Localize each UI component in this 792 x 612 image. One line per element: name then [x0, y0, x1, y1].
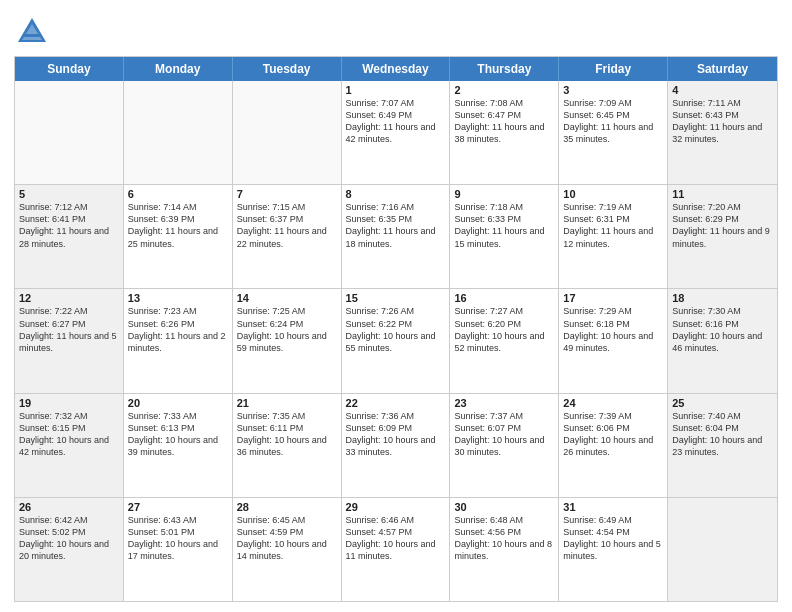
weekday-header-thursday: Thursday — [450, 57, 559, 81]
calendar-row-4: 26Sunrise: 6:42 AMSunset: 5:02 PMDayligh… — [15, 497, 777, 601]
calendar-body: 1Sunrise: 7:07 AMSunset: 6:49 PMDaylight… — [15, 81, 777, 601]
page: SundayMondayTuesdayWednesdayThursdayFrid… — [0, 0, 792, 612]
day-cell-6: 6Sunrise: 7:14 AMSunset: 6:39 PMDaylight… — [124, 185, 233, 288]
day-info: Sunrise: 7:09 AMSunset: 6:45 PMDaylight:… — [563, 97, 663, 146]
day-info: Sunrise: 7:25 AMSunset: 6:24 PMDaylight:… — [237, 305, 337, 354]
day-cell-3: 3Sunrise: 7:09 AMSunset: 6:45 PMDaylight… — [559, 81, 668, 184]
calendar-row-2: 12Sunrise: 7:22 AMSunset: 6:27 PMDayligh… — [15, 288, 777, 392]
day-number: 5 — [19, 188, 119, 200]
day-number: 14 — [237, 292, 337, 304]
day-info: Sunrise: 7:37 AMSunset: 6:07 PMDaylight:… — [454, 410, 554, 459]
day-cell-20: 20Sunrise: 7:33 AMSunset: 6:13 PMDayligh… — [124, 394, 233, 497]
day-info: Sunrise: 6:45 AMSunset: 4:59 PMDaylight:… — [237, 514, 337, 563]
day-cell-30: 30Sunrise: 6:48 AMSunset: 4:56 PMDayligh… — [450, 498, 559, 601]
day-info: Sunrise: 7:08 AMSunset: 6:47 PMDaylight:… — [454, 97, 554, 146]
day-number: 3 — [563, 84, 663, 96]
day-cell-5: 5Sunrise: 7:12 AMSunset: 6:41 PMDaylight… — [15, 185, 124, 288]
day-number: 17 — [563, 292, 663, 304]
day-cell-27: 27Sunrise: 6:43 AMSunset: 5:01 PMDayligh… — [124, 498, 233, 601]
day-cell-25: 25Sunrise: 7:40 AMSunset: 6:04 PMDayligh… — [668, 394, 777, 497]
weekday-header-sunday: Sunday — [15, 57, 124, 81]
day-cell-14: 14Sunrise: 7:25 AMSunset: 6:24 PMDayligh… — [233, 289, 342, 392]
day-number: 11 — [672, 188, 773, 200]
day-cell-29: 29Sunrise: 6:46 AMSunset: 4:57 PMDayligh… — [342, 498, 451, 601]
day-number: 15 — [346, 292, 446, 304]
day-info: Sunrise: 7:26 AMSunset: 6:22 PMDaylight:… — [346, 305, 446, 354]
day-info: Sunrise: 7:32 AMSunset: 6:15 PMDaylight:… — [19, 410, 119, 459]
day-number: 7 — [237, 188, 337, 200]
day-info: Sunrise: 6:42 AMSunset: 5:02 PMDaylight:… — [19, 514, 119, 563]
day-cell-23: 23Sunrise: 7:37 AMSunset: 6:07 PMDayligh… — [450, 394, 559, 497]
day-cell-13: 13Sunrise: 7:23 AMSunset: 6:26 PMDayligh… — [124, 289, 233, 392]
day-number: 29 — [346, 501, 446, 513]
day-number: 10 — [563, 188, 663, 200]
day-number: 22 — [346, 397, 446, 409]
weekday-header-tuesday: Tuesday — [233, 57, 342, 81]
day-cell-18: 18Sunrise: 7:30 AMSunset: 6:16 PMDayligh… — [668, 289, 777, 392]
day-info: Sunrise: 7:23 AMSunset: 6:26 PMDaylight:… — [128, 305, 228, 354]
day-cell-24: 24Sunrise: 7:39 AMSunset: 6:06 PMDayligh… — [559, 394, 668, 497]
day-number: 2 — [454, 84, 554, 96]
empty-cell-0-0 — [15, 81, 124, 184]
day-number: 18 — [672, 292, 773, 304]
day-info: Sunrise: 7:20 AMSunset: 6:29 PMDaylight:… — [672, 201, 773, 250]
day-number: 9 — [454, 188, 554, 200]
day-info: Sunrise: 7:30 AMSunset: 6:16 PMDaylight:… — [672, 305, 773, 354]
day-cell-15: 15Sunrise: 7:26 AMSunset: 6:22 PMDayligh… — [342, 289, 451, 392]
day-number: 12 — [19, 292, 119, 304]
day-info: Sunrise: 6:43 AMSunset: 5:01 PMDaylight:… — [128, 514, 228, 563]
day-cell-7: 7Sunrise: 7:15 AMSunset: 6:37 PMDaylight… — [233, 185, 342, 288]
day-number: 4 — [672, 84, 773, 96]
day-info: Sunrise: 7:29 AMSunset: 6:18 PMDaylight:… — [563, 305, 663, 354]
weekday-header-saturday: Saturday — [668, 57, 777, 81]
day-number: 13 — [128, 292, 228, 304]
day-number: 21 — [237, 397, 337, 409]
day-cell-8: 8Sunrise: 7:16 AMSunset: 6:35 PMDaylight… — [342, 185, 451, 288]
day-number: 16 — [454, 292, 554, 304]
day-cell-17: 17Sunrise: 7:29 AMSunset: 6:18 PMDayligh… — [559, 289, 668, 392]
day-info: Sunrise: 7:11 AMSunset: 6:43 PMDaylight:… — [672, 97, 773, 146]
day-number: 19 — [19, 397, 119, 409]
empty-cell-0-2 — [233, 81, 342, 184]
day-info: Sunrise: 7:36 AMSunset: 6:09 PMDaylight:… — [346, 410, 446, 459]
day-number: 6 — [128, 188, 228, 200]
day-cell-21: 21Sunrise: 7:35 AMSunset: 6:11 PMDayligh… — [233, 394, 342, 497]
day-info: Sunrise: 7:07 AMSunset: 6:49 PMDaylight:… — [346, 97, 446, 146]
day-info: Sunrise: 6:48 AMSunset: 4:56 PMDaylight:… — [454, 514, 554, 563]
day-cell-11: 11Sunrise: 7:20 AMSunset: 6:29 PMDayligh… — [668, 185, 777, 288]
day-number: 28 — [237, 501, 337, 513]
day-info: Sunrise: 7:22 AMSunset: 6:27 PMDaylight:… — [19, 305, 119, 354]
day-info: Sunrise: 7:18 AMSunset: 6:33 PMDaylight:… — [454, 201, 554, 250]
day-info: Sunrise: 6:46 AMSunset: 4:57 PMDaylight:… — [346, 514, 446, 563]
svg-rect-2 — [24, 34, 40, 37]
weekday-header-wednesday: Wednesday — [342, 57, 451, 81]
day-number: 31 — [563, 501, 663, 513]
day-info: Sunrise: 7:15 AMSunset: 6:37 PMDaylight:… — [237, 201, 337, 250]
day-number: 1 — [346, 84, 446, 96]
day-info: Sunrise: 7:35 AMSunset: 6:11 PMDaylight:… — [237, 410, 337, 459]
calendar-header: SundayMondayTuesdayWednesdayThursdayFrid… — [15, 57, 777, 81]
day-cell-16: 16Sunrise: 7:27 AMSunset: 6:20 PMDayligh… — [450, 289, 559, 392]
day-cell-28: 28Sunrise: 6:45 AMSunset: 4:59 PMDayligh… — [233, 498, 342, 601]
weekday-header-monday: Monday — [124, 57, 233, 81]
day-info: Sunrise: 7:12 AMSunset: 6:41 PMDaylight:… — [19, 201, 119, 250]
day-info: Sunrise: 7:39 AMSunset: 6:06 PMDaylight:… — [563, 410, 663, 459]
weekday-header-friday: Friday — [559, 57, 668, 81]
day-cell-4: 4Sunrise: 7:11 AMSunset: 6:43 PMDaylight… — [668, 81, 777, 184]
day-number: 30 — [454, 501, 554, 513]
empty-cell-4-6 — [668, 498, 777, 601]
header — [14, 10, 778, 50]
day-number: 26 — [19, 501, 119, 513]
day-number: 20 — [128, 397, 228, 409]
day-info: Sunrise: 6:49 AMSunset: 4:54 PMDaylight:… — [563, 514, 663, 563]
day-cell-26: 26Sunrise: 6:42 AMSunset: 5:02 PMDayligh… — [15, 498, 124, 601]
day-cell-1: 1Sunrise: 7:07 AMSunset: 6:49 PMDaylight… — [342, 81, 451, 184]
calendar-row-1: 5Sunrise: 7:12 AMSunset: 6:41 PMDaylight… — [15, 184, 777, 288]
day-cell-31: 31Sunrise: 6:49 AMSunset: 4:54 PMDayligh… — [559, 498, 668, 601]
day-info: Sunrise: 7:33 AMSunset: 6:13 PMDaylight:… — [128, 410, 228, 459]
logo — [14, 14, 54, 50]
day-number: 24 — [563, 397, 663, 409]
calendar-row-3: 19Sunrise: 7:32 AMSunset: 6:15 PMDayligh… — [15, 393, 777, 497]
logo-icon — [14, 14, 50, 50]
day-cell-10: 10Sunrise: 7:19 AMSunset: 6:31 PMDayligh… — [559, 185, 668, 288]
